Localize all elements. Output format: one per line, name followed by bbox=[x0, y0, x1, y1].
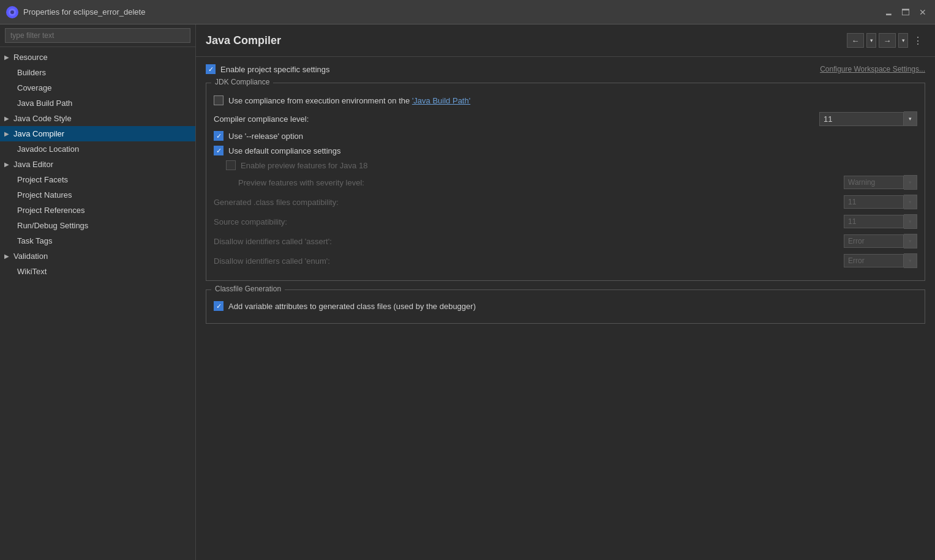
maximize-button[interactable]: 🗖 bbox=[899, 6, 912, 18]
panel-header: Java Compiler ← ▾ → ▾ ⋮ bbox=[196, 24, 935, 57]
configure-workspace-link[interactable]: Configure Workspace Settings... bbox=[820, 65, 925, 73]
compiler-compliance-value[interactable]: 11 bbox=[819, 112, 904, 126]
use-default-compliance-row: Use default compliance settings bbox=[214, 146, 917, 155]
sidebar-filter-input[interactable] bbox=[5, 28, 190, 43]
disallow-assert-arrow[interactable]: ▾ bbox=[904, 234, 917, 248]
sidebar-item-label: Run/Debug Settings bbox=[17, 221, 88, 230]
preview-severity-select: Warning ▾ bbox=[844, 175, 917, 190]
sidebar-item-javadoc-location[interactable]: Javadoc Location bbox=[0, 141, 195, 157]
enable-preview-row: Enable preview features for Java 18 bbox=[226, 160, 917, 170]
preview-severity-value[interactable]: Warning bbox=[844, 176, 904, 189]
generated-class-label: Generated .class files compatibility: bbox=[214, 198, 844, 207]
generated-class-value[interactable]: 11 bbox=[844, 195, 904, 209]
sidebar-item-label: Project Facets bbox=[17, 175, 68, 184]
sidebar-items: ▶ Resource Builders Coverage Java Build … bbox=[0, 47, 195, 560]
sidebar-item-label: Builders bbox=[17, 68, 46, 77]
source-compat-row: Source compatibility: 11 ▾ bbox=[214, 214, 917, 229]
source-compat-value[interactable]: 11 bbox=[844, 215, 904, 228]
nav-fwd-dropdown[interactable]: ▾ bbox=[898, 33, 908, 48]
sidebar-item-java-editor[interactable]: ▶ Java Editor bbox=[0, 157, 195, 172]
source-compat-arrow[interactable]: ▾ bbox=[904, 214, 917, 229]
titlebar-controls: 🗕 🗖 ✕ bbox=[882, 6, 929, 18]
jdk-compliance-fieldset: JDK Compliance Use compliance from execu… bbox=[206, 83, 925, 281]
sidebar-item-builders[interactable]: Builders bbox=[0, 65, 195, 80]
add-variable-label: Add variable attributes to generated cla… bbox=[228, 302, 476, 311]
sidebar-item-validation[interactable]: ▶ Validation bbox=[0, 248, 195, 264]
generated-class-row: Generated .class files compatibility: 11… bbox=[214, 195, 917, 209]
panel-nav: ← ▾ → ▾ ⋮ bbox=[847, 33, 925, 48]
sidebar-item-project-natures[interactable]: Project Natures bbox=[0, 187, 195, 203]
sidebar-item-label: Project References bbox=[17, 206, 85, 215]
sidebar-item-label: Java Code Style bbox=[13, 114, 72, 123]
panel-title: Java Compiler bbox=[206, 34, 281, 47]
sidebar-item-label: Task Tags bbox=[17, 236, 53, 245]
sidebar-item-run-debug[interactable]: Run/Debug Settings bbox=[0, 218, 195, 233]
sidebar-item-label: Java Build Path bbox=[17, 99, 72, 108]
chevron-right-icon: ▶ bbox=[2, 130, 11, 138]
enable-preview-label: Enable preview features for Java 18 bbox=[241, 161, 367, 170]
disallow-assert-label: Disallow identifiers called 'assert': bbox=[214, 237, 844, 246]
minimize-button[interactable]: 🗕 bbox=[882, 6, 895, 18]
chevron-right-icon: ▶ bbox=[2, 114, 11, 123]
preview-severity-label: Preview features with severity level: bbox=[238, 178, 844, 187]
sidebar-item-java-code-style[interactable]: ▶ Java Code Style bbox=[0, 111, 195, 126]
enable-project-settings-checkbox[interactable] bbox=[206, 64, 216, 74]
sidebar-item-coverage[interactable]: Coverage bbox=[0, 80, 195, 95]
sidebar-filter-container bbox=[0, 24, 195, 47]
sidebar-item-project-facets[interactable]: Project Facets bbox=[0, 172, 195, 187]
sidebar-item-wikitext[interactable]: WikiText bbox=[0, 264, 195, 279]
sidebar-item-java-build-path[interactable]: Java Build Path bbox=[0, 95, 195, 111]
nav-back-button[interactable]: ← bbox=[847, 33, 864, 48]
sidebar-item-java-compiler[interactable]: ▶ Java Compiler bbox=[0, 126, 195, 141]
use-default-compliance-label: Use default compliance settings bbox=[228, 146, 341, 155]
use-compliance-env-row: Use compliance from execution environmen… bbox=[214, 95, 917, 105]
window-title: Properties for eclipse_error_delete bbox=[23, 7, 145, 17]
nav-back-dropdown[interactable]: ▾ bbox=[866, 33, 876, 48]
use-default-compliance-checkbox[interactable] bbox=[214, 146, 223, 155]
svg-point-1 bbox=[10, 10, 14, 14]
chevron-right-icon: ▶ bbox=[2, 53, 11, 62]
use-release-checkbox[interactable] bbox=[214, 131, 223, 141]
compiler-compliance-label: Compiler compliance level: bbox=[214, 114, 819, 124]
use-compliance-env-checkbox[interactable] bbox=[214, 95, 223, 105]
disallow-enum-arrow[interactable]: ▾ bbox=[904, 253, 917, 268]
use-release-label: Use '--release' option bbox=[228, 132, 303, 141]
chevron-right-icon: ▶ bbox=[2, 252, 11, 261]
right-panel: Java Compiler ← ▾ → ▾ ⋮ Enable project s… bbox=[196, 24, 935, 560]
close-button[interactable]: ✕ bbox=[917, 6, 929, 18]
disallow-assert-row: Disallow identifiers called 'assert': Er… bbox=[214, 234, 917, 248]
classfile-legend: Classfile Generation bbox=[211, 285, 285, 293]
enable-left: Enable project specific settings bbox=[206, 64, 329, 74]
preview-severity-row: Preview features with severity level: Wa… bbox=[238, 175, 917, 190]
disallow-assert-value[interactable]: Error bbox=[844, 234, 904, 248]
sidebar-item-task-tags[interactable]: Task Tags bbox=[0, 233, 195, 248]
enable-preview-checkbox[interactable] bbox=[226, 160, 236, 170]
add-variable-checkbox[interactable] bbox=[214, 301, 223, 311]
generated-class-arrow[interactable]: ▾ bbox=[904, 195, 917, 209]
sidebar-item-label: Validation bbox=[13, 252, 48, 261]
main-content: ▶ Resource Builders Coverage Java Build … bbox=[0, 24, 935, 560]
classfile-generation-fieldset: Classfile Generation Add variable attrib… bbox=[206, 289, 925, 324]
nav-forward-button[interactable]: → bbox=[879, 33, 896, 48]
eclipse-icon bbox=[6, 6, 18, 18]
compiler-compliance-arrow[interactable]: ▾ bbox=[904, 111, 917, 126]
sidebar-item-label: Javadoc Location bbox=[17, 144, 79, 154]
preview-severity-arrow[interactable]: ▾ bbox=[904, 175, 917, 190]
sidebar-item-label: Coverage bbox=[17, 83, 51, 92]
use-compliance-env-label: Use compliance from execution environmen… bbox=[228, 96, 470, 105]
source-compat-label: Source compatibility: bbox=[214, 217, 844, 226]
panel-menu-button[interactable]: ⋮ bbox=[911, 33, 925, 48]
sidebar-item-label: WikiText bbox=[17, 267, 47, 276]
sidebar-item-project-references[interactable]: Project References bbox=[0, 203, 195, 218]
disallow-enum-value[interactable]: Error bbox=[844, 254, 904, 267]
enable-project-settings-row: Enable project specific settings Configu… bbox=[206, 64, 925, 74]
jdk-compliance-legend: JDK Compliance bbox=[211, 78, 273, 86]
sidebar-item-resource[interactable]: ▶ Resource bbox=[0, 50, 195, 65]
compiler-compliance-select: 11 ▾ bbox=[819, 111, 917, 126]
java-build-path-link[interactable]: 'Java Build Path' bbox=[412, 96, 470, 105]
disallow-assert-select: Error ▾ bbox=[844, 234, 917, 248]
sidebar: ▶ Resource Builders Coverage Java Build … bbox=[0, 24, 196, 560]
disallow-enum-label: Disallow identifiers called 'enum': bbox=[214, 256, 844, 266]
panel-body: Enable project specific settings Configu… bbox=[196, 57, 935, 560]
generated-class-select: 11 ▾ bbox=[844, 195, 917, 209]
